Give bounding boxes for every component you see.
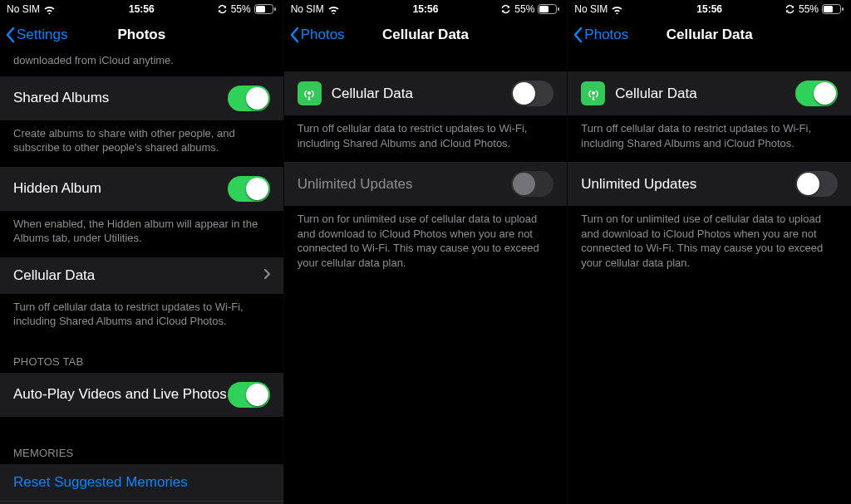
toggle-switch[interactable] [228,86,270,111]
settings-row: Shared Albums [0,76,283,120]
section-footer: Turn off cellular data to restrict updat… [284,115,568,162]
row-label: Auto-Play Videos and Live Photos [13,386,228,403]
truncated-footer: downloaded from iCloud anytime. [0,53,283,76]
spacer [284,53,568,71]
sync-icon [785,4,795,14]
toggle-switch [511,171,553,197]
section-footer: Turn on for unlimited use of cellular da… [284,206,568,281]
page-title: Cellular Data [382,27,469,43]
content[interactable]: Cellular DataTurn off cellular data to r… [568,53,851,504]
chevron-left-icon [289,27,299,43]
phone-screen: No SIM 15:56 55% Photos Cellular Data Ce… [567,0,851,504]
phone-screen: No SIM 15:56 55% Settings Photos downloa… [0,0,283,504]
toggle-switch[interactable] [795,171,838,197]
sync-icon [500,4,511,14]
nav-bar: Settings Photos [0,17,283,53]
svg-rect-5 [558,7,559,11]
antenna-icon [581,81,605,105]
section-header: PHOTOS TAB [0,340,283,373]
row-label: Unlimited Updates [298,176,512,193]
battery-icon [538,4,560,14]
battery-text: 55% [231,3,251,15]
page-title: Photos [118,27,166,43]
battery-text: 55% [799,3,819,15]
clock: 15:56 [413,3,439,15]
clock: 15:56 [696,3,722,15]
back-button[interactable]: Photos [573,27,628,43]
status-bar: No SIM 15:56 55% [284,0,568,17]
chevron-right-icon [263,267,270,284]
row-label: Shared Albums [13,90,228,106]
settings-row: Show Holiday Events [0,501,283,504]
back-label: Photos [301,27,345,43]
settings-row-link[interactable]: Cellular Data [0,257,283,294]
section-footer: When enabled, the Hidden album will appe… [0,211,283,257]
antenna-icon [298,81,322,105]
wifi-icon [43,5,56,14]
settings-row: Cellular Data [568,71,851,115]
row-label: Cellular Data [13,267,263,284]
phone-screen: No SIM 15:56 55% Photos Cellular Data Ce… [283,0,568,504]
section-footer: Turn off cellular data to restrict updat… [0,294,283,340]
settings-row: Unlimited Updates [284,162,568,206]
content[interactable]: Cellular DataTurn off cellular data to r… [284,53,568,504]
row-label: Reset Suggested Memories [13,474,270,491]
chevron-left-icon [573,27,583,43]
battery-text: 55% [514,3,534,15]
toggle-switch[interactable] [228,176,270,202]
sync-icon [217,4,228,14]
row-label: Cellular Data [332,86,512,102]
back-label: Settings [17,27,67,43]
back-label: Photos [584,27,628,43]
carrier-text: No SIM [7,3,40,15]
content[interactable]: downloaded from iCloud anytime.Shared Al… [0,53,283,504]
section-footer: Create albums to share with other people… [0,120,283,167]
svg-rect-8 [842,7,844,11]
back-button[interactable]: Settings [5,27,67,43]
svg-rect-4 [539,6,548,12]
carrier-text: No SIM [574,3,608,15]
wifi-icon [611,5,623,14]
nav-bar: Photos Cellular Data [568,17,851,53]
svg-rect-2 [274,7,276,11]
settings-row-action[interactable]: Reset Suggested Memories [0,464,283,501]
toggle-switch[interactable] [228,382,270,408]
settings-row: Cellular Data [284,71,568,115]
svg-rect-7 [824,6,833,12]
svg-rect-1 [256,6,265,12]
clock: 15:56 [129,3,155,15]
settings-row: Hidden Album [0,167,283,211]
section-footer: Turn off cellular data to restrict updat… [568,115,851,162]
status-bar: No SIM 15:56 55% [568,0,851,17]
settings-row: Unlimited Updates [568,162,851,206]
spacer [568,53,851,71]
back-button[interactable]: Photos [289,27,345,43]
spacer [0,417,283,432]
row-label: Cellular Data [615,86,795,102]
section-header: MEMORIES [0,432,283,464]
toggle-switch[interactable] [795,81,838,106]
wifi-icon [327,5,340,14]
chevron-left-icon [5,27,15,43]
carrier-text: No SIM [291,3,324,15]
row-label: Unlimited Updates [581,176,795,193]
row-label: Hidden Album [13,180,228,197]
toggle-switch[interactable] [511,81,553,106]
status-bar: No SIM 15:56 55% [0,0,283,17]
nav-bar: Photos Cellular Data [284,17,568,53]
page-title: Cellular Data [667,27,753,43]
battery-icon [822,4,844,14]
settings-row: Auto-Play Videos and Live Photos [0,373,283,417]
section-footer: Turn on for unlimited use of cellular da… [568,206,851,281]
battery-icon [254,4,277,14]
